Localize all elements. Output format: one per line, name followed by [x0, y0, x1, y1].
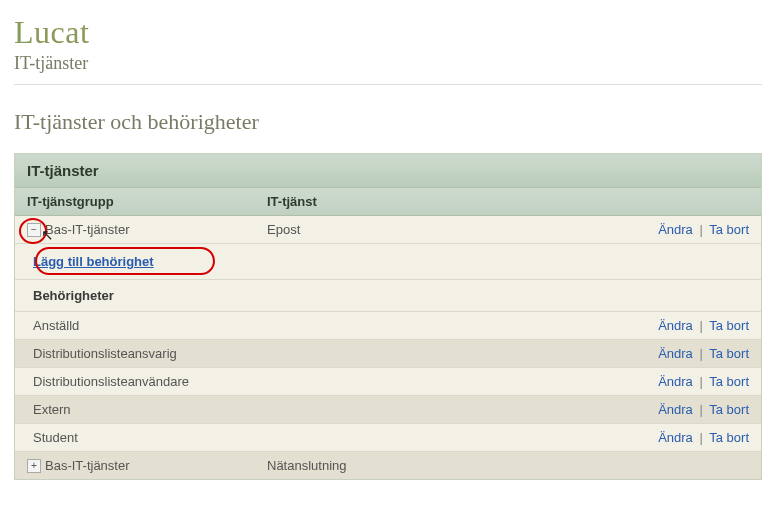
action-separator: |: [699, 222, 702, 237]
it-services-panel: IT-tjänster IT-tjänstgrupp IT-tjänst − B…: [14, 153, 762, 480]
permission-row: Distributionslisteanvändare Ändra | Ta b…: [15, 368, 761, 396]
edit-link[interactable]: Ändra: [658, 402, 693, 417]
column-header-service: IT-tjänst: [267, 194, 749, 209]
edit-link[interactable]: Ändra: [658, 222, 693, 237]
add-permission-link[interactable]: Lägg till behörighet: [33, 254, 154, 269]
permission-name: Distributionslisteansvarig: [27, 346, 177, 361]
permissions-heading: Behörigheter: [15, 280, 761, 312]
delete-link[interactable]: Ta bort: [709, 402, 749, 417]
delete-link[interactable]: Ta bort: [709, 430, 749, 445]
divider: [14, 84, 762, 85]
column-headers: IT-tjänstgrupp IT-tjänst: [15, 188, 761, 216]
permission-row: Anställd Ändra | Ta bort: [15, 312, 761, 340]
permission-name: Student: [27, 430, 267, 445]
delete-link[interactable]: Ta bort: [709, 346, 749, 361]
permission-name: Extern: [27, 402, 267, 417]
service-name: Epost: [267, 222, 658, 237]
delete-link[interactable]: Ta bort: [709, 374, 749, 389]
permission-row: Student Ändra | Ta bort: [15, 424, 761, 452]
expanded-controls: ↖ Lägg till behörighet: [15, 244, 761, 280]
permission-name: Anställd: [27, 318, 267, 333]
service-row: + Bas-IT-tjänster Nätanslutning: [15, 452, 761, 479]
edit-link[interactable]: Ändra: [658, 346, 693, 361]
service-name: Nätanslutning: [267, 458, 749, 473]
panel-title: IT-tjänster: [15, 154, 761, 188]
permission-name: Distributionslisteanvändare: [27, 374, 189, 389]
row-actions: Ändra | Ta bort: [658, 222, 749, 237]
delete-link[interactable]: Ta bort: [709, 318, 749, 333]
service-row: − Bas-IT-tjänster Epost Ändra | Ta bort: [15, 216, 761, 244]
permission-row: Extern Ändra | Ta bort: [15, 396, 761, 424]
app-title: Lucat: [14, 14, 762, 51]
expand-icon[interactable]: +: [27, 459, 41, 473]
service-group-label: Bas-IT-tjänster: [45, 458, 130, 473]
column-header-group: IT-tjänstgrupp: [27, 194, 267, 209]
permission-row: Distributionslisteansvarig Ändra | Ta bo…: [15, 340, 761, 368]
service-group-label: Bas-IT-tjänster: [45, 222, 130, 237]
delete-link[interactable]: Ta bort: [709, 222, 749, 237]
section-heading: IT-tjänster och behörigheter: [14, 109, 762, 135]
edit-link[interactable]: Ändra: [658, 374, 693, 389]
edit-link[interactable]: Ändra: [658, 430, 693, 445]
edit-link[interactable]: Ändra: [658, 318, 693, 333]
collapse-icon[interactable]: −: [27, 223, 41, 237]
app-subtitle: IT-tjänster: [14, 53, 762, 74]
